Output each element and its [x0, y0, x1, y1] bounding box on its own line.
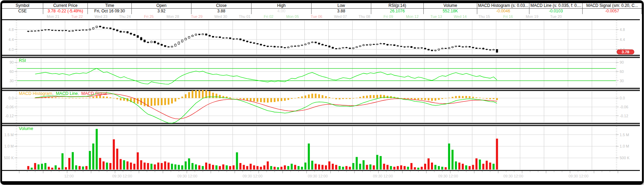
- date-label: Mon 19: [526, 14, 538, 19]
- quote-value-low: 3.88: [312, 9, 371, 14]
- quote-table-value-row: CSE3.78 -0.22 (-5.49%)Fri, Oct 16 09:303…: [2, 9, 642, 14]
- date-label: Thu 01: [239, 14, 250, 19]
- date-label: Tue 20: [550, 14, 562, 19]
- date-label: Tue 22: [71, 14, 83, 19]
- svg-text:4.4: 4.4: [9, 37, 14, 42]
- quote-header-macd-signal: MACD Signal (sm: 0.20, C...: [583, 3, 642, 9]
- trading-chart-window: SymbolCurrent PriceTimeOpenCloseHighLowR…: [0, 0, 644, 185]
- quote-header-rsi: RSI(p:14): [371, 3, 424, 9]
- svg-text:4.4: 4.4: [620, 37, 625, 42]
- date-label: Wed 23: [94, 14, 107, 19]
- svg-text:0.0: 0.0: [620, 96, 625, 100]
- volume-label: Volume: [19, 126, 33, 131]
- quote-value-macd-histogram: -0.0046: [477, 9, 529, 14]
- time-label: 09:30 12:00: [308, 174, 328, 178]
- quote-value-close: 3.88: [191, 9, 251, 14]
- label-separator: ,: [52, 91, 56, 96]
- quote-value-macd-line: -0.0103: [529, 9, 583, 14]
- quote-header-close: Close: [191, 3, 251, 9]
- date-label: Thu 15: [478, 14, 490, 19]
- price-chart-panel[interactable]: 4.84.84.44.44.04.03.78: [0, 19, 644, 56]
- time-label: 09:30 12:00: [569, 174, 588, 178]
- date-label: Tue 29: [191, 14, 203, 19]
- date-label: Fri 16: [503, 14, 513, 19]
- svg-text:4.8: 4.8: [620, 28, 625, 32]
- quote-header-low: Low: [312, 3, 371, 9]
- quote-header-macd-histogram: MACD Histogram (s: 0.03...: [477, 3, 529, 9]
- date-label: Mon 21: [47, 14, 59, 19]
- svg-text:4.0: 4.0: [9, 47, 14, 52]
- quote-table-header-row: SymbolCurrent PriceTimeOpenCloseHighLowR…: [2, 3, 642, 9]
- quote-value-volume: 552.18K: [424, 9, 477, 14]
- macd-signal-label: MACD Signal: [81, 91, 107, 96]
- quote-value-open: 3.92: [132, 9, 191, 14]
- svg-text:60: 60: [620, 69, 624, 74]
- quote-table: SymbolCurrent PriceTimeOpenCloseHighLowR…: [2, 3, 642, 15]
- quote-header-time: Time: [88, 3, 132, 9]
- quote-value-high: 4.00: [251, 9, 312, 14]
- date-label: Thu 24: [119, 14, 131, 19]
- svg-text:1.5 M: 1.5 M: [4, 133, 14, 137]
- svg-text:-0.06: -0.06: [5, 105, 14, 109]
- svg-text:0.0: 0.0: [9, 96, 14, 100]
- date-label: Mon 28: [166, 14, 179, 19]
- svg-text:90: 90: [10, 60, 14, 64]
- quote-value-symbol: CSE: [2, 9, 43, 14]
- svg-text:500 K: 500 K: [4, 156, 14, 160]
- time-axis: 12:0009:30 12:0009:30 12:0009:30 12:0009…: [2, 171, 642, 181]
- quote-header-current-price: Current Price: [43, 3, 88, 9]
- last-price-tag: 3.78: [622, 50, 630, 54]
- time-label: 09:30 12:00: [503, 174, 523, 178]
- macd-line-label: MACD Line: [56, 91, 78, 96]
- time-label: 09:30 12:00: [112, 174, 132, 178]
- svg-text:-0.06: -0.06: [620, 105, 628, 109]
- time-label: 09:30 12:00: [243, 174, 262, 178]
- svg-text:1.5 M: 1.5 M: [620, 133, 629, 137]
- time-label: 12:00: [64, 174, 74, 178]
- svg-text:90: 90: [620, 60, 624, 64]
- date-label: Wed 14: [454, 14, 467, 19]
- quote-value-rsi: 26.1076: [371, 9, 424, 14]
- time-label: 09:30 12:00: [177, 174, 197, 178]
- date-label: Fri 25: [144, 14, 154, 19]
- macd-histogram-label: MACD Histogram: [19, 91, 52, 96]
- svg-text:-0.12: -0.12: [620, 114, 628, 118]
- date-label: Mon 05: [286, 14, 299, 19]
- rsi-label: RSI: [19, 58, 26, 63]
- date-axis: Mon 21Tue 22Wed 23Thu 24Fri 25Mon 28Tue …: [2, 14, 642, 19]
- date-label: Thu 08: [359, 14, 370, 19]
- label-separator: ,: [78, 91, 81, 96]
- quote-header-open: Open: [132, 3, 191, 9]
- svg-text:30: 30: [620, 79, 624, 83]
- quote-header-symbol: Symbol: [2, 3, 43, 9]
- volume-panel-label: Volume: [19, 126, 33, 131]
- time-label: 09:30 12:00: [438, 174, 458, 178]
- svg-text:1.0 M: 1.0 M: [620, 144, 629, 148]
- date-label: Wed 07: [334, 14, 347, 19]
- time-label: 09:30 12:00: [373, 174, 393, 178]
- quote-header-high: High: [251, 3, 312, 9]
- quote-header-macd-line: MACD Line (s: 0.035, f: 0....: [529, 3, 583, 9]
- svg-text:500 K: 500 K: [620, 156, 630, 160]
- svg-text:-0.12: -0.12: [5, 114, 14, 118]
- date-label: Mon 12: [406, 14, 419, 19]
- quote-value-current-price: 3.78 -0.22 (-5.49%): [43, 9, 88, 14]
- svg-text:30: 30: [10, 79, 14, 83]
- date-label: Wed 30: [214, 14, 227, 19]
- svg-text:4.8: 4.8: [9, 28, 14, 32]
- rsi-panel-label: RSI: [19, 58, 26, 63]
- quote-value-time: Fri, Oct 16 09:30: [88, 9, 132, 14]
- macd-panel-labels: MACD Histogram, MACD Line, MACD Signal: [19, 91, 107, 96]
- date-label: Fri 02: [264, 14, 273, 19]
- quote-value-macd-signal: -0.0057: [583, 9, 642, 14]
- quote-header-volume: Volume: [424, 3, 477, 9]
- svg-text:1.0 M: 1.0 M: [4, 144, 14, 148]
- volume-chart-panel[interactable]: 1.5 M1.5 M1.0 M1.0 M500 K500 K: [0, 125, 644, 171]
- rsi-chart-panel[interactable]: 909060603030: [0, 57, 644, 89]
- svg-text:60: 60: [10, 69, 14, 74]
- time-axis-ticks: [2, 171, 642, 174]
- date-label: Tue 13: [431, 14, 442, 19]
- date-label: Fri 09: [384, 14, 393, 19]
- date-label: Tue 06: [311, 14, 323, 19]
